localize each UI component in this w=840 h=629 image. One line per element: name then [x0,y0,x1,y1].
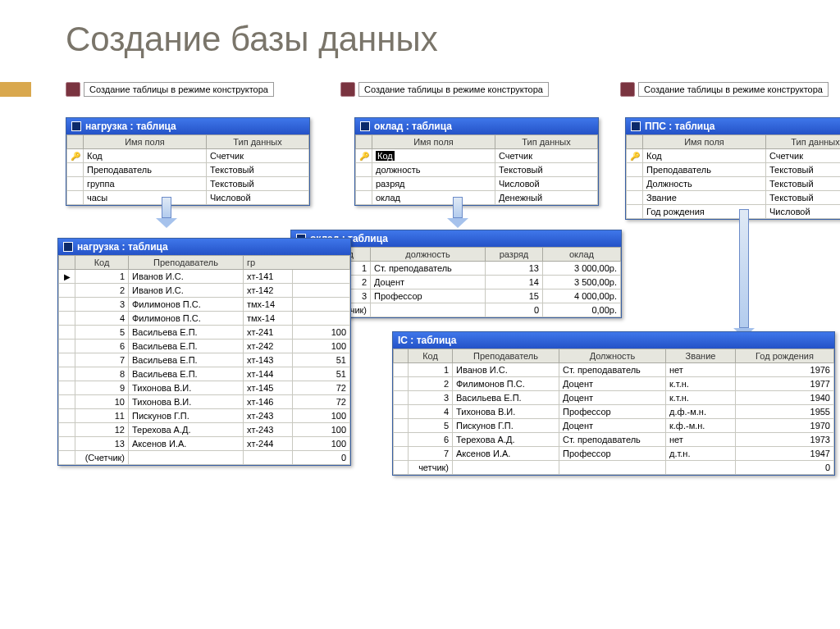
cell[interactable]: хт-142 [244,284,293,298]
cell[interactable]: 10 [75,395,129,409]
table-row[interactable]: 7Васильева Е.П.хт-14351 [59,353,350,367]
field-name-cell[interactable]: Код [84,149,207,163]
design-row[interactable]: должностьТекстовый [356,163,598,177]
cell[interactable]: 3 [75,298,129,312]
table-row[interactable]: 3Филимонов П.С.тмх-14 [59,298,350,312]
cell[interactable]: 14 [486,276,543,289]
design-window-pps[interactable]: ППС : таблица Имя поля Тип данных 🔑КодСч… [625,117,840,220]
cell[interactable]: тмх-14 [244,312,293,326]
cell[interactable]: Профессор [371,289,486,303]
col-header-field[interactable]: Имя поля [643,135,766,149]
row-selector[interactable] [394,377,409,391]
cell[interactable]: тмх-14 [244,298,293,312]
row-selector[interactable] [394,433,409,447]
table-row[interactable]: (Счетчик)0 [59,451,350,465]
cell[interactable]: Иванов И.С. [129,270,244,284]
cell[interactable]: Доцент [559,377,666,391]
cell[interactable]: Пискунов Г.П. [453,419,559,433]
cell[interactable]: Доцент [371,276,486,289]
field-type-cell[interactable]: Числовой [495,177,598,191]
cell[interactable]: 2 [409,377,453,391]
cell[interactable]: 1955 [736,405,834,419]
design-row[interactable]: ДолжностьТекстовый [627,177,841,191]
table-row[interactable]: 4Тихонова В.И.Профессорд.ф.-м.н.1955 [394,405,834,419]
cell[interactable]: хт-143 [244,353,293,367]
field-name-cell[interactable]: Преподаватель [643,163,766,177]
cell[interactable]: Васильева Е.П. [129,353,244,367]
table-row[interactable]: 2Иванов И.С.хт-142 [59,284,350,298]
col-header[interactable]: разряд [486,248,543,262]
cell[interactable] [293,312,350,326]
col-header[interactable]: Год рождения [736,349,834,363]
field-type-cell[interactable]: Текстовый [766,163,841,177]
cell[interactable]: хт-144 [244,367,293,381]
cell[interactable]: хт-243 [244,423,293,437]
cell[interactable]: 1 [75,270,129,284]
table-row[interactable]: четчик)0 [394,461,834,475]
field-name-cell[interactable]: Должность [643,177,766,191]
design-row[interactable]: разрядЧисловой [356,177,598,191]
cell[interactable]: Терехова А.Д. [129,423,244,437]
table-row[interactable]: 1Иванов И.С.Ст. преподавательнет1976 [394,363,834,377]
field-type-cell[interactable]: Числовой [766,205,841,219]
cell[interactable]: 1970 [736,419,834,433]
cell[interactable]: к.т.н. [666,391,736,405]
field-type-cell[interactable]: Текстовый [766,177,841,191]
col-header[interactable]: Звание [666,349,736,363]
cell[interactable]: 0 [293,451,350,465]
cell[interactable]: Терехова А.Д. [453,433,559,447]
field-name-cell[interactable]: Код [372,149,495,163]
field-name-cell[interactable]: оклад [372,191,495,205]
cell[interactable]: 8 [75,367,129,381]
row-selector[interactable] [394,405,409,419]
cell[interactable]: Филимонов П.С. [129,312,244,326]
row-selector[interactable] [394,363,409,377]
cell[interactable]: 4 [75,312,129,326]
cell[interactable]: 3 [409,391,453,405]
cell[interactable]: хт-242 [244,340,293,353]
table-row[interactable]: 12Терехова А.Д.хт-243100 [59,423,350,437]
cell[interactable] [293,298,350,312]
table-row[interactable]: 3Васильева Е.П.Доцентк.т.н.1940 [394,391,834,405]
cell[interactable]: 3 000,00р. [543,262,621,276]
cell[interactable]: Васильева Е.П. [129,367,244,381]
table-row[interactable]: 7Аксенов И.А.Профессорд.т.н.1947 [394,447,834,461]
col-header[interactable]: гр [244,256,350,270]
table-row[interactable]: 4Филимонов П.С.тмх-14 [59,312,350,326]
cell[interactable]: д.ф.-м.н. [666,405,736,419]
cell[interactable]: 1977 [736,377,834,391]
cell[interactable] [371,303,486,317]
cell[interactable]: Аксенов И.А. [453,447,559,461]
cell[interactable]: Профессор [559,405,666,419]
cell[interactable]: Тихонова В.И. [453,405,559,419]
cell[interactable]: хт-141 [244,270,293,284]
cell[interactable]: 1947 [736,447,834,461]
window-title[interactable]: нагрузка : таблица [58,239,350,255]
field-type-cell[interactable]: Счетчик [766,149,841,163]
cell[interactable]: 15 [486,289,543,303]
cell[interactable]: 12 [75,423,129,437]
cell[interactable]: к.т.н. [666,377,736,391]
create-table-link-1[interactable]: Создание таблицы в режиме конструктора [66,82,274,97]
cell[interactable]: 100 [293,326,350,340]
cell[interactable]: 2 [75,284,129,298]
row-selector[interactable] [394,461,409,475]
row-selector[interactable] [59,381,75,395]
row-selector[interactable] [59,409,75,423]
row-selector[interactable] [59,340,75,353]
row-selector[interactable] [59,284,75,298]
field-type-cell[interactable]: Денежный [495,191,598,205]
row-selector[interactable] [59,312,75,326]
table-row[interactable]: 11Пискунов Г.П.хт-243100 [59,409,350,423]
cell[interactable]: Ст. преподаватель [559,433,666,447]
window-title[interactable]: ППС : таблица [626,118,840,134]
col-header[interactable]: Должность [559,349,666,363]
table-row[interactable]: 13Аксенов И.А.хт-244100 [59,437,350,451]
cell[interactable]: Доцент [559,391,666,405]
design-grid[interactable]: Имя поля Тип данных 🔑КодСчетчикПреподава… [626,134,840,219]
cell[interactable]: Ст. преподаватель [559,363,666,377]
cell[interactable]: Профессор [559,447,666,461]
field-type-cell[interactable]: Текстовый [207,177,309,191]
design-row[interactable]: ПреподавательТекстовый [67,163,309,177]
cell[interactable]: к.ф.-м.н. [666,419,736,433]
